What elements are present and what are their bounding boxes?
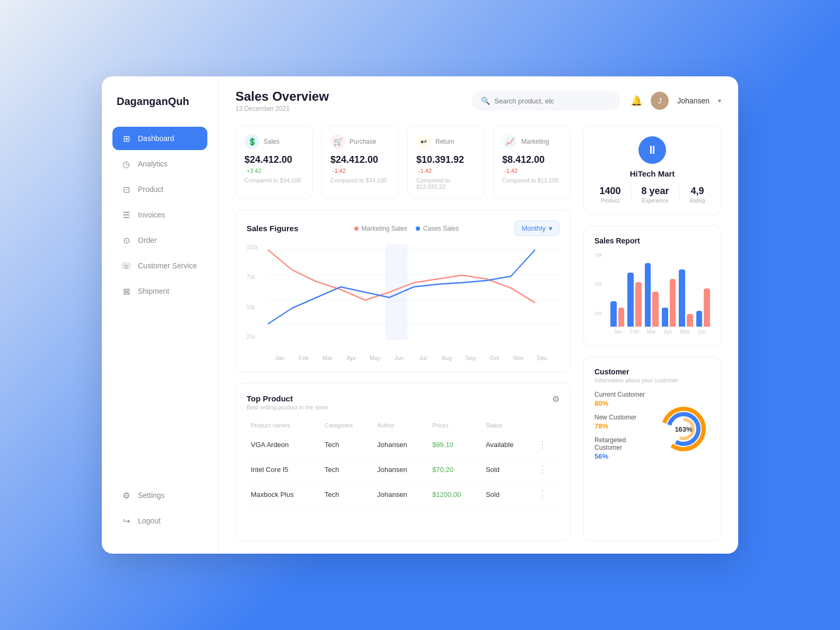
store-avatar: ⏸ — [638, 136, 666, 164]
product-category: Tech — [320, 482, 373, 507]
sidebar-item-dashboard[interactable]: ⊞ Dashboard — [112, 127, 207, 150]
bar-group-0 — [610, 301, 624, 327]
sidebar-item-label: Customer Service — [138, 261, 197, 270]
x-label-dec: Dec — [530, 355, 554, 361]
user-name: Johansen — [677, 97, 710, 105]
customer-subtitle: Information about your customer — [594, 377, 710, 383]
sidebar-item-invoices[interactable]: ☰ Invoices — [112, 203, 207, 226]
sidebar-item-logout[interactable]: ↪ Logout — [112, 509, 207, 532]
col-header-author: Author — [373, 419, 428, 432]
chevron-down-icon[interactable]: ▾ — [718, 97, 721, 104]
x-label-oct: Oct — [483, 355, 506, 361]
donut-chart: 163% — [657, 402, 710, 456]
bar-y-25k: 25k — [594, 311, 609, 316]
monthly-label: Monthly — [521, 224, 546, 232]
store-stat-product: 1400 Product — [599, 186, 620, 204]
y-label-75k: 75k — [247, 274, 266, 280]
legend-item-marketing-sales: Marketing Sales — [354, 225, 407, 232]
bar-red — [635, 282, 642, 327]
stat-change: -1.42 — [504, 168, 518, 174]
bar-blue — [662, 308, 668, 327]
x-label-jul: Jul — [411, 355, 435, 361]
invoices-icon: ☰ — [121, 209, 132, 220]
customer-card: Customer Information about your customer… — [583, 356, 721, 541]
col-header-prices: Prices — [428, 419, 482, 432]
y-label-100k: 100k — [247, 244, 266, 250]
stat-compare: Compared to $12.100 — [502, 177, 562, 183]
product-icon: ⊡ — [121, 184, 132, 195]
stat-card-return: ↩ Return $10.391.92 -1.42 Compared to $1… — [407, 125, 485, 199]
bar-red — [670, 279, 676, 327]
customer-service-icon: ☏ — [121, 260, 132, 271]
bar-blue — [696, 311, 703, 327]
page-title: Sales Overview — [235, 89, 461, 104]
x-label-jan: Jan — [268, 355, 292, 361]
stat-icon: 🛒 — [330, 134, 345, 149]
bar-y-50k: 50k — [594, 282, 609, 287]
sidebar-item-order[interactable]: ⊙ Order — [112, 229, 207, 252]
legend-dot — [354, 226, 358, 231]
stat-compare: Compared to $12.032.22 — [416, 177, 476, 190]
bar-group-3 — [662, 279, 676, 327]
top-product-section: Top Product Best selling product in the … — [235, 383, 571, 541]
filter-icon[interactable]: ⚙ — [552, 394, 559, 404]
table-title: Top Product — [247, 394, 328, 403]
stat-value: $24.412.00 — [244, 154, 292, 165]
order-icon: ⊙ — [121, 235, 132, 246]
row-menu-icon[interactable]: ⋮ — [533, 432, 559, 457]
customer-item-retargeted-customer: Retargeted Customer 56% — [594, 436, 652, 460]
product-name: Maxbock Plus — [247, 482, 320, 507]
pause-icon: ⏸ — [646, 143, 658, 157]
sidebar-item-label: Logout — [138, 517, 161, 525]
product-author: Johansen — [373, 432, 428, 457]
store-stat-rating: 4,9 Rating — [690, 186, 705, 204]
sidebar-item-label: Settings — [138, 491, 165, 500]
sidebar-bottom: ⚙ Settings↪ Logout — [112, 473, 207, 535]
chart-title: Sales Figures — [247, 224, 299, 233]
bar-chart: 75k 50k 25k — [594, 252, 710, 327]
bar-blue — [610, 301, 617, 327]
table-row: VGA Ardeon Tech Johansen $99,10 Availabl… — [247, 432, 559, 457]
line-chart-svg — [247, 244, 559, 351]
sidebar-item-label: Dashboard — [138, 134, 174, 143]
sidebar-item-product[interactable]: ⊡ Product — [112, 178, 207, 201]
x-label-may: May — [363, 355, 387, 361]
stat-icon: 📈 — [502, 134, 517, 149]
sidebar-item-label: Product — [138, 185, 163, 194]
sidebar-item-analytics[interactable]: ◷ Analytics — [112, 152, 207, 176]
product-price: $70,20 — [428, 457, 482, 482]
x-label-aug: Aug — [435, 355, 459, 361]
store-stat-divider — [679, 187, 680, 203]
bar-x-label-may: May — [677, 329, 694, 335]
sidebar-item-customer-service[interactable]: ☏ Customer Service — [112, 254, 207, 277]
product-status: Available — [482, 432, 533, 457]
table-header: Top Product Best selling product in the … — [247, 394, 559, 410]
search-bar[interactable]: 🔍 — [471, 91, 620, 110]
bar-group-1 — [627, 273, 641, 327]
bar-blue — [645, 263, 651, 327]
customer-item-label: New Customer — [594, 414, 652, 421]
bar-groups-wrap — [594, 263, 710, 327]
notification-bell-icon[interactable]: 🔔 — [631, 95, 642, 107]
search-input[interactable] — [494, 97, 610, 105]
col-header-product-names: Product names — [247, 419, 320, 432]
sidebar-item-settings[interactable]: ⚙ Settings — [112, 484, 207, 507]
col-header-categories: Categories — [320, 419, 373, 432]
row-menu-icon[interactable]: ⋮ — [533, 457, 559, 482]
sidebar-item-label: Analytics — [138, 160, 168, 168]
bar-blue — [679, 269, 685, 327]
bar-group-4 — [679, 269, 693, 327]
user-area: 🔔 J Johansen ▾ — [631, 92, 721, 110]
avatar: J — [651, 92, 669, 110]
product-status: Sold — [482, 457, 533, 482]
sidebar-item-shipment[interactable]: ⊠ Shipment — [112, 279, 207, 303]
row-menu-icon[interactable]: ⋮ — [533, 482, 559, 507]
product-name: Intel Core I5 — [247, 457, 320, 482]
chart-header: Sales Figures Marketing Sales Cases Sale… — [247, 221, 559, 236]
stat-icon: 💲 — [244, 134, 259, 149]
store-card: ⏸ HiTech Mart 1400 Product8 year Experie… — [583, 125, 721, 215]
sidebar-item-label: Invoices — [138, 211, 165, 219]
monthly-button[interactable]: Monthly ▾ — [514, 221, 559, 236]
customer-item-pct: 78% — [594, 422, 652, 430]
bar-x-label-apr: Apr — [660, 329, 677, 335]
